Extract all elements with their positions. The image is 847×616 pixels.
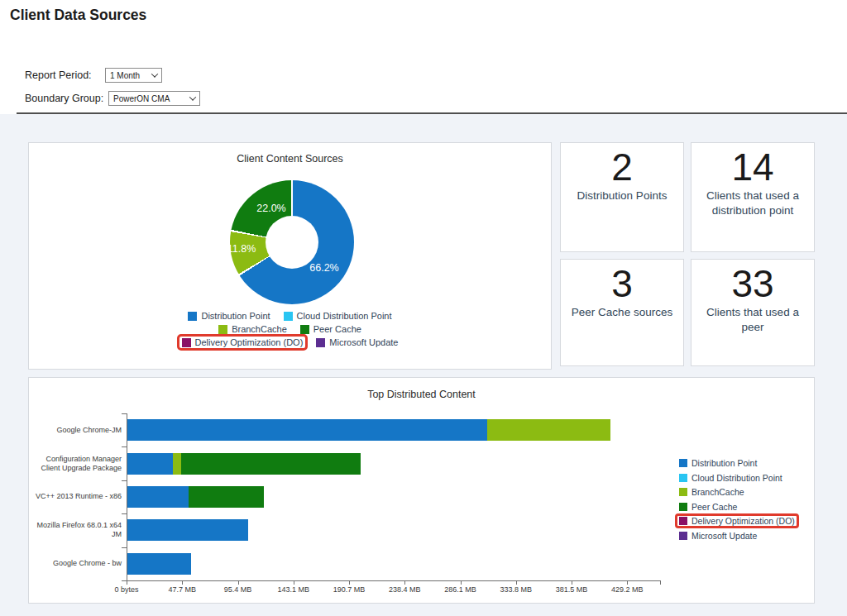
legend-item-label: BranchCache: [232, 324, 287, 334]
y-axis-tick: [122, 446, 127, 447]
stat-value: 14: [691, 146, 814, 189]
legend-row: Delivery Optimization (DO)Microsoft Upda…: [182, 337, 399, 347]
report-period-label: Report Period:: [25, 69, 92, 81]
bar-chart-title: Top Distributed Content: [29, 389, 814, 400]
stat-label: Distribution Points: [567, 189, 677, 203]
legend-item-microsoft-update[interactable]: Microsoft Update: [316, 337, 398, 347]
stat-label: Clients that used a distribution point: [697, 189, 807, 218]
legend-item-distribution-point[interactable]: Distribution Point: [679, 458, 795, 468]
branchcache-swatch-icon: [679, 488, 687, 496]
y-axis-tick: [122, 480, 127, 481]
legend-item-label: Distribution Point: [691, 458, 757, 468]
legend-item-branchcache[interactable]: BranchCache: [679, 487, 795, 497]
boundary-group-label: Boundary Group:: [25, 93, 103, 104]
boundary-group-select[interactable]: PowerON CMA: [108, 91, 200, 106]
stat-tile-peer-cache-sources: 3 Peer Cache sources: [560, 259, 684, 366]
x-axis-end-tick: [660, 580, 661, 585]
legend-row: Distribution PointCloud Distribution Poi…: [188, 311, 391, 321]
client-content-sources-card: Client Content Sources 22.0% 11.8% 66.2%…: [28, 142, 552, 370]
x-axis-tick-label: 47.7 MB: [168, 585, 196, 594]
legend-item-label: Peer Cache: [691, 502, 737, 512]
x-axis-tick-label: 429.2 MB: [611, 585, 644, 594]
x-axis-tick: [349, 580, 350, 585]
legend-item-peer-cache[interactable]: Peer Cache: [300, 324, 361, 334]
x-axis-tick-label: 190.7 MB: [333, 585, 366, 594]
legend-row: BranchCachePeer Cache: [218, 324, 361, 334]
legend-item-label: Peer Cache: [313, 324, 361, 334]
chevron-down-icon: [189, 93, 196, 100]
legend-item-peer-cache[interactable]: Peer Cache: [679, 502, 795, 512]
peer-cache-swatch-icon: [300, 325, 309, 334]
bar-segment-peer-cache: [181, 453, 361, 475]
stat-value: 33: [691, 263, 814, 305]
page-title: Client Data Sources: [10, 7, 146, 24]
x-axis-tick-label: 286.1 MB: [444, 585, 476, 594]
peer-cache-swatch-icon: [679, 503, 687, 511]
donut-label-branchcache: 11.8%: [227, 243, 256, 255]
cloud-distribution-point-swatch-icon: [284, 312, 293, 321]
category-label-google-chrome-jm: Google Chrome-JM: [32, 413, 122, 446]
bar-row-configuration-manager-client-upgrade-package: [127, 453, 361, 475]
client-content-sources-donut: [230, 180, 354, 304]
donut-label-peer-cache: 22.0%: [256, 203, 285, 214]
legend-item-delivery-optimization-do[interactable]: Delivery Optimization (DO): [182, 337, 304, 347]
bar-segment-distribution-point: [127, 553, 191, 575]
x-axis-tick-label: 0 bytes: [114, 585, 138, 594]
delivery-optimization-do-swatch-icon: [679, 517, 687, 525]
bar-segment-branchcache: [487, 419, 610, 441]
x-axis-tick: [182, 580, 183, 585]
stat-value: 3: [561, 263, 683, 305]
bar-segment-distribution-point: [127, 419, 487, 441]
stat-tile-clients-used-dp: 14 Clients that used a distribution poin…: [691, 142, 815, 252]
stat-tile-distribution-points: 2 Distribution Points: [560, 142, 684, 252]
legend-item-label: Distribution Point: [201, 311, 270, 321]
bar-segment-distribution-point: [127, 519, 248, 541]
boundary-group-value: PowerON CMA: [113, 94, 170, 103]
report-period-select[interactable]: 1 Month: [105, 68, 162, 83]
legend-item-cloud-distribution-point[interactable]: Cloud Distribution Point: [284, 311, 392, 321]
legend-item-label: Microsoft Update: [329, 337, 398, 347]
x-axis-tick: [294, 580, 294, 585]
donut-legend: Distribution PointCloud Distribution Poi…: [29, 311, 551, 347]
bar-chart-legend: Distribution PointCloud Distribution Poi…: [679, 458, 795, 545]
microsoft-update-swatch-icon: [316, 338, 325, 347]
x-axis-tick-label: 238.4 MB: [389, 585, 421, 594]
bar-chart-x-axis: [127, 580, 661, 581]
legend-item-label: Cloud Distribution Point: [297, 311, 392, 321]
bar-segment-distribution-point: [127, 453, 173, 475]
category-label-vc-2013-runtime-x86: VC++ 2013 Runtime - x86: [32, 480, 122, 513]
bar-row-google-chrome-jm: [127, 419, 610, 441]
y-axis-tick: [122, 413, 127, 414]
stat-label: Peer Cache sources: [567, 305, 677, 320]
x-axis-tick: [516, 580, 517, 585]
legend-item-label: Delivery Optimization (DO): [691, 516, 795, 526]
distribution-point-swatch-icon: [188, 312, 197, 321]
x-axis-tick-label: 333.8 MB: [500, 585, 533, 594]
stat-value: 2: [561, 146, 683, 189]
legend-item-label: Cloud Distribution Point: [691, 473, 782, 483]
category-label-google-chrome-bw: Google Chrome - bw: [32, 547, 122, 580]
x-axis-tick: [238, 580, 239, 585]
x-axis-tick: [127, 580, 127, 585]
legend-item-microsoft-update[interactable]: Microsoft Update: [679, 531, 795, 541]
stat-tile-clients-used-peer: 33 Clients that used a peer: [691, 259, 815, 366]
bar-row-mozilla-firefox-68-0-1-x64-jm: [127, 519, 248, 541]
legend-item-cloud-distribution-point[interactable]: Cloud Distribution Point: [679, 473, 795, 483]
legend-item-distribution-point[interactable]: Distribution Point: [188, 311, 270, 321]
legend-item-delivery-optimization-do[interactable]: Delivery Optimization (DO): [679, 516, 795, 526]
report-period-value: 1 Month: [110, 71, 140, 80]
category-label-configuration-manager-client-upgrade-package: Configuration Manager Client Upgrade Pac…: [32, 446, 122, 480]
category-label-mozilla-firefox-68-0-1-x64-jm: Mozilla Firefox 68.0.1 x64 JM: [32, 513, 122, 547]
bar-chart-y-axis: [127, 413, 127, 581]
x-axis-tick: [404, 580, 405, 585]
bar-segment-distribution-point: [127, 486, 189, 508]
legend-item-branchcache[interactable]: BranchCache: [218, 324, 287, 334]
x-axis-tick-label: 95.4 MB: [224, 585, 252, 594]
bar-row-vc-2013-runtime-x86: [127, 486, 264, 508]
microsoft-update-swatch-icon: [679, 532, 687, 540]
x-axis-tick-label: 381.5 MB: [556, 585, 588, 594]
x-axis-tick: [627, 580, 628, 585]
x-axis-tick: [572, 580, 572, 585]
cloud-distribution-point-swatch-icon: [679, 474, 687, 482]
x-axis-tick: [461, 580, 462, 585]
